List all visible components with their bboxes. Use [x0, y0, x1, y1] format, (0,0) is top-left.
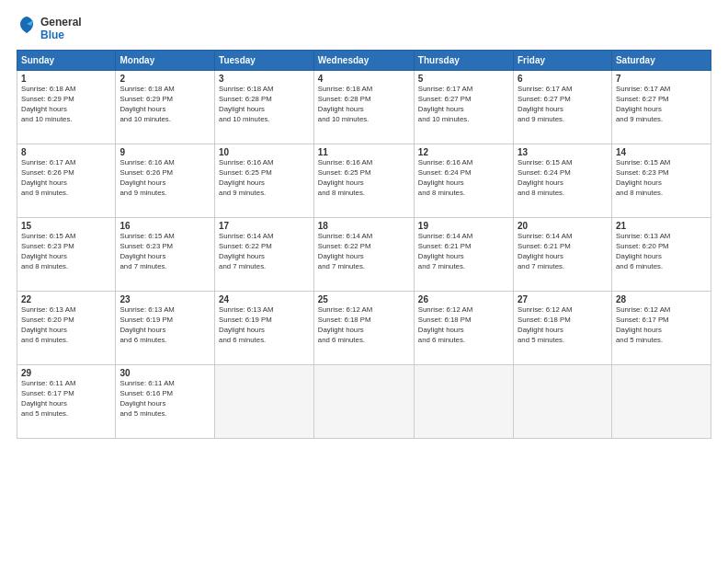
- calendar-cell: [414, 365, 513, 439]
- calendar-cell: 28 Sunrise: 6:12 AM Sunset: 6:17 PM Dayl…: [611, 292, 711, 365]
- calendar-cell: 7 Sunrise: 6:17 AM Sunset: 6:27 PM Dayli…: [611, 71, 711, 144]
- day-number: 19: [418, 221, 509, 231]
- day-info: Sunrise: 6:13 AM Sunset: 6:19 PM Dayligh…: [119, 305, 210, 346]
- day-info: Sunrise: 6:15 AM Sunset: 6:24 PM Dayligh…: [518, 158, 608, 199]
- col-header-tuesday: Tuesday: [215, 51, 314, 71]
- day-info: Sunrise: 6:14 AM Sunset: 6:21 PM Dayligh…: [518, 232, 608, 272]
- day-number: 29: [21, 368, 111, 378]
- calendar-cell: 6 Sunrise: 6:17 AM Sunset: 6:27 PM Dayli…: [514, 71, 612, 144]
- day-number: 12: [418, 147, 509, 157]
- calendar-cell: 10 Sunrise: 6:16 AM Sunset: 6:25 PM Dayl…: [215, 144, 314, 218]
- logo-bird-icon: [17, 15, 37, 42]
- day-number: 26: [418, 294, 509, 304]
- day-number: 5: [418, 74, 509, 84]
- calendar-week-row: 1 Sunrise: 6:18 AM Sunset: 6:29 PM Dayli…: [17, 71, 711, 144]
- day-number: 9: [119, 147, 210, 157]
- day-number: 14: [616, 147, 707, 157]
- calendar-cell: [514, 365, 612, 439]
- day-info: Sunrise: 6:16 AM Sunset: 6:25 PM Dayligh…: [318, 158, 410, 199]
- calendar-cell: 27 Sunrise: 6:12 AM Sunset: 6:18 PM Dayl…: [514, 292, 612, 365]
- day-info: Sunrise: 6:17 AM Sunset: 6:27 PM Dayligh…: [518, 85, 608, 125]
- day-number: 28: [616, 294, 707, 304]
- calendar-cell: 8 Sunrise: 6:17 AM Sunset: 6:26 PM Dayli…: [17, 144, 116, 218]
- calendar-cell: [611, 365, 711, 439]
- day-info: Sunrise: 6:17 AM Sunset: 6:27 PM Dayligh…: [418, 85, 509, 125]
- calendar-week-row: 22 Sunrise: 6:13 AM Sunset: 6:20 PM Dayl…: [17, 292, 711, 365]
- calendar-cell: 16 Sunrise: 6:15 AM Sunset: 6:23 PM Dayl…: [116, 218, 215, 292]
- calendar-cell: 20 Sunrise: 6:14 AM Sunset: 6:21 PM Dayl…: [514, 218, 612, 292]
- day-info: Sunrise: 6:15 AM Sunset: 6:23 PM Dayligh…: [21, 232, 111, 272]
- day-number: 7: [616, 74, 707, 84]
- day-number: 1: [21, 74, 111, 84]
- day-number: 6: [518, 74, 608, 84]
- day-number: 16: [119, 221, 210, 231]
- page: General Blue SundayMondayTuesdayWednesda…: [0, 0, 728, 563]
- day-info: Sunrise: 6:15 AM Sunset: 6:23 PM Dayligh…: [119, 232, 210, 272]
- day-info: Sunrise: 6:18 AM Sunset: 6:28 PM Dayligh…: [219, 85, 310, 125]
- day-info: Sunrise: 6:18 AM Sunset: 6:29 PM Dayligh…: [21, 85, 111, 125]
- day-number: 30: [119, 368, 210, 378]
- calendar-table: SundayMondayTuesdayWednesdayThursdayFrid…: [17, 50, 711, 439]
- day-info: Sunrise: 6:18 AM Sunset: 6:29 PM Dayligh…: [119, 85, 210, 125]
- day-number: 27: [518, 294, 608, 304]
- calendar-cell: 26 Sunrise: 6:12 AM Sunset: 6:18 PM Dayl…: [414, 292, 513, 365]
- day-number: 13: [518, 147, 608, 157]
- day-info: Sunrise: 6:13 AM Sunset: 6:20 PM Dayligh…: [21, 305, 111, 346]
- day-number: 8: [21, 147, 111, 157]
- day-number: 15: [21, 221, 111, 231]
- day-number: 18: [318, 221, 410, 231]
- calendar-cell: 13 Sunrise: 6:15 AM Sunset: 6:24 PM Dayl…: [514, 144, 612, 218]
- calendar-cell: 11 Sunrise: 6:16 AM Sunset: 6:25 PM Dayl…: [313, 144, 414, 218]
- logo-text-block: General Blue: [40, 16, 82, 42]
- day-info: Sunrise: 6:13 AM Sunset: 6:19 PM Dayligh…: [219, 305, 310, 346]
- calendar-cell: 25 Sunrise: 6:12 AM Sunset: 6:18 PM Dayl…: [313, 292, 414, 365]
- col-header-wednesday: Wednesday: [313, 51, 414, 71]
- calendar-cell: 22 Sunrise: 6:13 AM Sunset: 6:20 PM Dayl…: [17, 292, 116, 365]
- calendar-cell: 19 Sunrise: 6:14 AM Sunset: 6:21 PM Dayl…: [414, 218, 513, 292]
- col-header-sunday: Sunday: [17, 51, 116, 71]
- day-number: 22: [21, 294, 111, 304]
- calendar-cell: 3 Sunrise: 6:18 AM Sunset: 6:28 PM Dayli…: [215, 71, 314, 144]
- day-info: Sunrise: 6:16 AM Sunset: 6:24 PM Dayligh…: [418, 158, 509, 199]
- day-info: Sunrise: 6:14 AM Sunset: 6:22 PM Dayligh…: [219, 232, 310, 272]
- day-number: 25: [318, 294, 410, 304]
- calendar-cell: 2 Sunrise: 6:18 AM Sunset: 6:29 PM Dayli…: [116, 71, 215, 144]
- calendar-week-row: 15 Sunrise: 6:15 AM Sunset: 6:23 PM Dayl…: [17, 218, 711, 292]
- calendar-cell: 30 Sunrise: 6:11 AM Sunset: 6:16 PM Dayl…: [116, 365, 215, 439]
- logo-general: General: [40, 16, 82, 29]
- day-number: 4: [318, 74, 410, 84]
- day-info: Sunrise: 6:17 AM Sunset: 6:26 PM Dayligh…: [21, 158, 111, 199]
- day-number: 10: [219, 147, 310, 157]
- day-info: Sunrise: 6:14 AM Sunset: 6:22 PM Dayligh…: [318, 232, 410, 272]
- day-info: Sunrise: 6:18 AM Sunset: 6:28 PM Dayligh…: [318, 85, 410, 125]
- calendar-cell: [215, 365, 314, 439]
- col-header-thursday: Thursday: [414, 51, 513, 71]
- calendar-cell: 21 Sunrise: 6:13 AM Sunset: 6:20 PM Dayl…: [611, 218, 711, 292]
- day-info: Sunrise: 6:14 AM Sunset: 6:21 PM Dayligh…: [418, 232, 509, 272]
- calendar-cell: 12 Sunrise: 6:16 AM Sunset: 6:24 PM Dayl…: [414, 144, 513, 218]
- calendar-cell: 24 Sunrise: 6:13 AM Sunset: 6:19 PM Dayl…: [215, 292, 314, 365]
- calendar-cell: 23 Sunrise: 6:13 AM Sunset: 6:19 PM Dayl…: [116, 292, 215, 365]
- calendar-cell: [313, 365, 414, 439]
- col-header-monday: Monday: [116, 51, 215, 71]
- calendar-cell: 18 Sunrise: 6:14 AM Sunset: 6:22 PM Dayl…: [313, 218, 414, 292]
- col-header-friday: Friday: [514, 51, 612, 71]
- day-number: 21: [616, 221, 707, 231]
- calendar-week-row: 8 Sunrise: 6:17 AM Sunset: 6:26 PM Dayli…: [17, 144, 711, 218]
- calendar-header-row: SundayMondayTuesdayWednesdayThursdayFrid…: [17, 51, 711, 71]
- day-info: Sunrise: 6:12 AM Sunset: 6:18 PM Dayligh…: [518, 305, 608, 346]
- day-info: Sunrise: 6:13 AM Sunset: 6:20 PM Dayligh…: [616, 232, 707, 272]
- calendar-cell: 29 Sunrise: 6:11 AM Sunset: 6:17 PM Dayl…: [17, 365, 116, 439]
- day-number: 11: [318, 147, 410, 157]
- day-number: 2: [119, 74, 210, 84]
- calendar-cell: 4 Sunrise: 6:18 AM Sunset: 6:28 PM Dayli…: [313, 71, 414, 144]
- logo: General Blue: [17, 15, 82, 42]
- day-number: 3: [219, 74, 310, 84]
- calendar-cell: 17 Sunrise: 6:14 AM Sunset: 6:22 PM Dayl…: [215, 218, 314, 292]
- calendar-cell: 9 Sunrise: 6:16 AM Sunset: 6:26 PM Dayli…: [116, 144, 215, 218]
- day-info: Sunrise: 6:17 AM Sunset: 6:27 PM Dayligh…: [616, 85, 707, 125]
- calendar-cell: 1 Sunrise: 6:18 AM Sunset: 6:29 PM Dayli…: [17, 71, 116, 144]
- day-info: Sunrise: 6:12 AM Sunset: 6:17 PM Dayligh…: [616, 305, 707, 346]
- day-number: 24: [219, 294, 310, 304]
- calendar-cell: 14 Sunrise: 6:15 AM Sunset: 6:23 PM Dayl…: [611, 144, 711, 218]
